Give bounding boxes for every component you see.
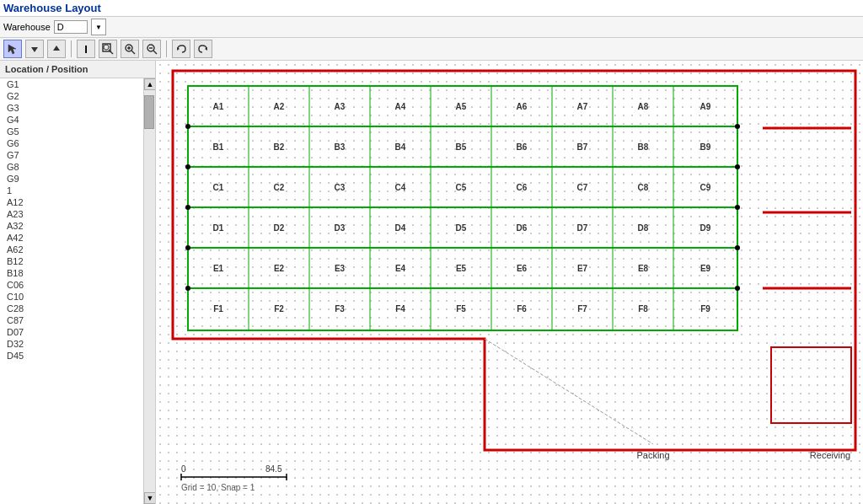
toolbar-separator-1: [71, 40, 72, 57]
cell-e6: E6: [517, 264, 528, 273]
cell-c2: C2: [274, 183, 285, 192]
list-item[interactable]: G5: [0, 126, 143, 137]
scrollbar-down[interactable]: ▼: [144, 492, 155, 504]
ibeam-icon: I: [84, 43, 88, 56]
dot-10: [735, 286, 740, 291]
zoom-in-button[interactable]: [121, 40, 139, 58]
dot-4: [185, 245, 190, 250]
diagonal-guide: [485, 339, 653, 444]
cell-e4: E4: [395, 264, 406, 273]
cell-d1: D1: [213, 223, 224, 233]
cell-d8: D8: [638, 223, 649, 233]
move-down-button[interactable]: [25, 40, 44, 58]
cell-f9: F9: [700, 304, 710, 314]
cell-d2: D2: [274, 223, 285, 233]
list-item[interactable]: B12: [0, 255, 143, 267]
dot-9: [735, 245, 740, 250]
svg-marker-1: [31, 47, 38, 52]
cell-e8: E8: [638, 264, 649, 273]
svg-marker-0: [8, 45, 16, 54]
cell-c4: C4: [395, 183, 406, 192]
content-area: Location / Position G1G2G3G4G5G6G7G8G91A…: [0, 61, 863, 504]
receiving-label: Receiving: [810, 450, 850, 460]
cell-d5: D5: [456, 223, 467, 233]
cell-c1: C1: [213, 183, 224, 192]
cell-c5: C5: [456, 183, 467, 192]
cell-e9: E9: [700, 264, 711, 273]
cell-a4: A4: [395, 102, 406, 111]
move-up-button[interactable]: [47, 40, 66, 58]
warehouse-dropdown[interactable]: ▼: [91, 19, 106, 35]
dot-7: [735, 164, 740, 169]
sidebar-scrollbar[interactable]: ▲ ▼: [143, 78, 155, 504]
dot-3: [185, 205, 190, 210]
list-item[interactable]: G6: [0, 137, 143, 149]
cell-a2: A2: [274, 102, 285, 111]
warehouse-boundary: [173, 71, 855, 450]
cell-f2: F2: [274, 304, 284, 314]
list-item[interactable]: G9: [0, 173, 143, 185]
list-item[interactable]: G2: [0, 90, 143, 102]
canvas-container: A1 A2 A3 A4 A5 A6 A7 A8 A9 B1 B2 B3 B4 B…: [156, 61, 863, 504]
list-item[interactable]: A62: [0, 244, 143, 255]
undo-button[interactable]: [172, 40, 190, 58]
scrollbar-thumb[interactable]: [144, 95, 154, 129]
cell-c7: C7: [577, 183, 588, 192]
list-item[interactable]: G8: [0, 161, 143, 173]
dot-6: [735, 124, 740, 129]
cell-a8: A8: [638, 102, 649, 111]
list-item[interactable]: A23: [0, 208, 143, 220]
toolbar-separator-2: [166, 40, 167, 57]
svg-marker-2: [53, 46, 60, 51]
list-item[interactable]: D07: [0, 326, 143, 338]
sidebar-list: G1G2G3G4G5G6G7G8G91A12A23A32A42A62B12B18…: [0, 78, 143, 504]
warehouse-input[interactable]: [54, 20, 88, 34]
list-item[interactable]: D45: [0, 350, 143, 362]
dot-5: [185, 286, 190, 291]
cell-b3: B3: [335, 142, 346, 152]
list-item[interactable]: G3: [0, 102, 143, 114]
sidebar-header: Location / Position: [0, 61, 155, 78]
list-item[interactable]: C28: [0, 303, 143, 314]
staging-area: [771, 347, 851, 423]
toolbar: I: [0, 38, 863, 61]
svg-line-11: [153, 51, 157, 54]
list-item[interactable]: G4: [0, 114, 143, 126]
list-item[interactable]: G1: [0, 78, 143, 90]
position-tool-button[interactable]: I: [77, 40, 95, 58]
cell-f1: F1: [213, 304, 223, 314]
scrollbar-up[interactable]: ▲: [144, 78, 155, 90]
cell-a6: A6: [517, 102, 528, 111]
list-item[interactable]: 1: [0, 185, 143, 196]
zoom-region-button[interactable]: [99, 40, 117, 58]
list-item[interactable]: C06: [0, 279, 143, 291]
list-item[interactable]: G7: [0, 149, 143, 161]
list-item[interactable]: B18: [0, 267, 143, 279]
list-item[interactable]: A32: [0, 220, 143, 232]
list-item[interactable]: A12: [0, 196, 143, 208]
cell-a5: A5: [456, 102, 467, 111]
cell-e3: E3: [335, 264, 346, 273]
list-item[interactable]: C87: [0, 314, 143, 326]
cell-a3: A3: [335, 102, 346, 111]
cell-f8: F8: [638, 304, 648, 314]
cell-b4: B4: [395, 142, 406, 152]
list-item[interactable]: D32: [0, 338, 143, 350]
cell-a7: A7: [577, 102, 588, 111]
cell-c6: C6: [517, 183, 528, 192]
dot-2: [185, 164, 190, 169]
zoom-out-button[interactable]: [142, 40, 161, 58]
redo-button[interactable]: [194, 40, 212, 58]
cell-e1: E1: [213, 264, 224, 273]
list-item[interactable]: A42: [0, 232, 143, 244]
canvas-area[interactable]: A1 A2 A3 A4 A5 A6 A7 A8 A9 B1 B2 B3 B4 B…: [156, 61, 863, 504]
cell-b8: B8: [638, 142, 649, 152]
cell-d4: D4: [395, 223, 406, 233]
cell-f3: F3: [335, 304, 345, 314]
select-tool-button[interactable]: [3, 40, 22, 58]
list-item[interactable]: C10: [0, 291, 143, 303]
cell-e2: E2: [274, 264, 285, 273]
cell-f5: F5: [456, 304, 466, 314]
sidebar-list-container: G1G2G3G4G5G6G7G8G91A12A23A32A42A62B12B18…: [0, 78, 155, 504]
svg-line-7: [131, 51, 135, 54]
